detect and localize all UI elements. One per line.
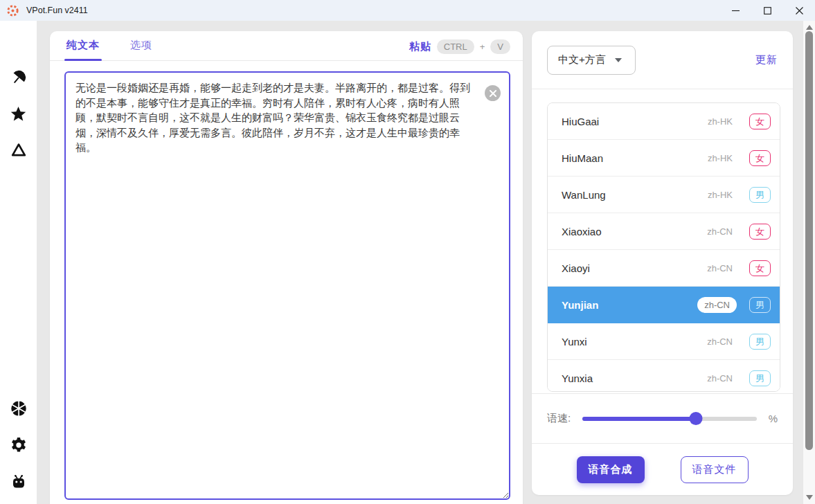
voice-gender-badge: 女 <box>749 224 771 240</box>
shutter-icon[interactable] <box>9 399 28 418</box>
editor-body: 无论是一段婚姻还是再婚，能够一起走到老的才是夫妻。半路离开的，都是过客。得到的不… <box>64 71 510 500</box>
triangle-icon[interactable] <box>9 141 28 160</box>
voice-list: HiuGaaizh-HK女HiuMaanzh-HK女WanLungzh-HK男X… <box>547 102 780 392</box>
voice-row-yunjian[interactable]: Yunjianzh-CN男 <box>548 287 780 323</box>
voice-name: Xiaoxiao <box>562 226 707 237</box>
gear-icon[interactable] <box>9 435 28 455</box>
voice-gender-badge: 女 <box>749 114 771 129</box>
scrollbar-up-arrow-icon[interactable] <box>806 25 813 30</box>
voice-locale: zh-CN <box>707 263 733 273</box>
voice-gender-badge: 男 <box>749 187 771 203</box>
voice-gender-badge: 女 <box>749 150 771 166</box>
scrollbar-thumb[interactable] <box>805 31 813 450</box>
voice-gender-badge: 男 <box>749 297 771 313</box>
language-dropdown-value: 中文+方言 <box>558 53 606 66</box>
voice-name: Yunjian <box>562 299 697 311</box>
chevron-down-icon <box>615 58 622 62</box>
voice-locale: zh-CN <box>707 226 733 237</box>
voice-locale: zh-HK <box>708 116 733 127</box>
voice-panel-header: 中文+方言 更新 <box>532 31 793 89</box>
speech-rate-row: 语速: % <box>532 393 793 443</box>
close-button[interactable] <box>783 0 815 21</box>
voice-name: HiuMaan <box>562 152 708 164</box>
voice-row-hiumaan[interactable]: HiuMaanzh-HK女 <box>548 140 780 177</box>
robot-icon[interactable] <box>9 472 28 492</box>
voice-row-hiugaai[interactable]: HiuGaaizh-HK女 <box>548 103 780 140</box>
umbrella-icon[interactable] <box>9 68 28 87</box>
voice-locale: zh-CN <box>707 373 733 384</box>
speech-rate-slider[interactable] <box>582 412 756 425</box>
speech-rate-label: 语速: <box>547 412 571 425</box>
plus-sign: + <box>480 42 485 52</box>
voice-name: Xiaoyi <box>562 262 707 274</box>
voice-gender-badge: 女 <box>749 260 771 276</box>
app-title: VPot.Fun v2411 <box>26 6 88 15</box>
paste-hint: 粘贴 CTRL + V <box>409 39 510 60</box>
vertical-scrollbar <box>803 21 815 504</box>
tab-plain-text[interactable]: 纯文本 <box>64 31 102 60</box>
tab-options[interactable]: 选项 <box>128 31 154 60</box>
voice-locale: zh-HK <box>708 153 733 163</box>
voice-locale: zh-CN <box>697 297 737 313</box>
voice-locale: zh-HK <box>708 190 733 200</box>
language-dropdown[interactable]: 中文+方言 <box>547 46 636 75</box>
voice-name: WanLung <box>562 189 708 201</box>
maximize-button[interactable] <box>751 0 783 21</box>
editor-tabbar: 纯文本 选项 粘贴 CTRL + V <box>50 31 523 61</box>
synthesize-button[interactable]: 语音合成 <box>577 456 645 483</box>
window-controls <box>719 0 815 21</box>
minimize-button[interactable] <box>719 0 751 21</box>
app-window: VPot.Fun v2411 <box>0 0 815 504</box>
text-input[interactable]: 无论是一段婚姻还是再婚，能够一起走到老的才是夫妻。半路离开的，都是过客。得到的不… <box>64 71 510 500</box>
voice-name: Yunxia <box>562 372 707 384</box>
speech-rate-unit: % <box>769 413 778 424</box>
left-icon-rail <box>0 21 37 504</box>
star-icon[interactable] <box>9 104 28 123</box>
ctrl-key-pill: CTRL <box>437 39 474 54</box>
voice-file-button[interactable]: 语音文件 <box>681 456 749 483</box>
voice-row-xiaoxiao[interactable]: Xiaoxiaozh-CN女 <box>548 213 780 250</box>
voice-row-yunxia[interactable]: Yunxiazh-CN男 <box>548 360 780 392</box>
scrollbar-down-arrow-icon[interactable] <box>806 495 813 500</box>
clear-text-button[interactable] <box>485 85 501 101</box>
voice-name: HiuGaai <box>562 116 708 127</box>
rate-slider-thumb[interactable] <box>689 412 702 425</box>
app-logo-icon <box>6 4 19 17</box>
editor-card: 纯文本 选项 粘贴 CTRL + V 无论是一段婚姻还是再婚，能够一起走到老的才… <box>50 31 523 504</box>
paste-button[interactable]: 粘贴 <box>409 40 431 53</box>
action-buttons-row: 语音合成 语音文件 <box>532 443 793 495</box>
voice-row-yunxi[interactable]: Yunxizh-CN男 <box>548 323 780 360</box>
voice-locale: zh-CN <box>707 336 733 347</box>
titlebar: VPot.Fun v2411 <box>0 0 815 21</box>
voice-panel: 中文+方言 更新 HiuGaaizh-HK女HiuMaanzh-HK女WanLu… <box>532 31 793 495</box>
voice-gender-badge: 男 <box>749 334 771 350</box>
voice-gender-badge: 男 <box>749 370 771 386</box>
v-key-pill: V <box>490 39 510 54</box>
voice-row-wanlung[interactable]: WanLungzh-HK男 <box>548 177 780 213</box>
voice-name: Yunxi <box>562 336 707 348</box>
voice-row-xiaoyi[interactable]: Xiaoyizh-CN女 <box>548 250 780 287</box>
rate-slider-fill <box>582 417 695 421</box>
refresh-voices-button[interactable]: 更新 <box>755 53 778 66</box>
